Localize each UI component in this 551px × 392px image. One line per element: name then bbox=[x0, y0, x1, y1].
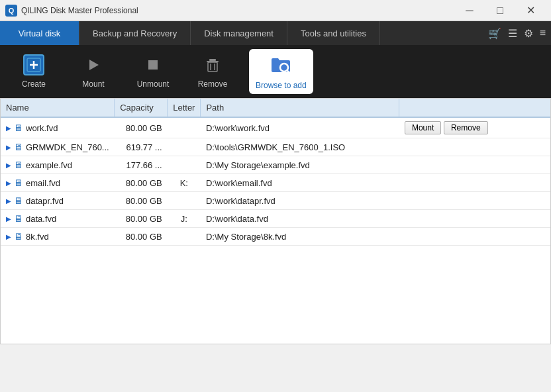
cell-actions bbox=[399, 174, 550, 192]
col-header-path: Path bbox=[201, 99, 399, 117]
remove-button[interactable]: Remove bbox=[189, 50, 236, 93]
cell-actions bbox=[399, 210, 550, 228]
list-icon[interactable]: ☰ bbox=[508, 27, 517, 40]
table-row[interactable]: ▶ 🖥 datapr.fvd 80.00 GB D:\work\datapr.f… bbox=[1, 192, 550, 210]
cell-letter bbox=[168, 156, 201, 174]
maximize-button[interactable]: □ bbox=[485, 0, 515, 21]
tab-bar: Virtual disk Backup and Recovery Disk ma… bbox=[0, 21, 551, 45]
row-arrow-icon: ▶ bbox=[6, 124, 11, 132]
file-name-text: datapr.fvd bbox=[26, 196, 64, 206]
tab-tools-utilities[interactable]: Tools and utilities bbox=[287, 21, 380, 45]
cell-actions bbox=[399, 138, 550, 156]
row-remove-button[interactable]: Remove bbox=[444, 121, 488, 134]
cell-path: D:\work\work.fvd bbox=[201, 117, 399, 138]
file-icon: 🖥 bbox=[14, 231, 23, 242]
col-header-name: Name bbox=[1, 99, 115, 117]
cell-name: ▶ 🖥 work.fvd bbox=[1, 117, 115, 138]
cell-actions bbox=[399, 192, 550, 210]
file-list-container[interactable]: Name Capacity Letter Path ▶ 🖥 work.fvd 8… bbox=[1, 99, 550, 344]
table-row[interactable]: ▶ 🖥 GRMWDK_EN_760... 619.77 ... D:\tools… bbox=[1, 138, 550, 156]
mount-button[interactable]: Mount bbox=[70, 50, 117, 93]
cell-actions bbox=[399, 228, 550, 246]
cell-letter bbox=[168, 138, 201, 156]
cell-name: ▶ 🖥 GRMWDK_EN_760... bbox=[1, 138, 115, 156]
cart-icon[interactable]: 🛒 bbox=[488, 27, 501, 40]
tab-disk-management[interactable]: Disk management bbox=[191, 21, 287, 45]
file-name-text: example.fvd bbox=[26, 160, 72, 170]
cell-capacity: 80.00 GB bbox=[115, 174, 168, 192]
row-arrow-icon: ▶ bbox=[6, 233, 11, 240]
file-name-text: 8k.fvd bbox=[26, 232, 49, 242]
window-controls: ─ □ ✕ bbox=[454, 0, 546, 21]
cell-capacity: 80.00 GB bbox=[115, 117, 168, 138]
create-button[interactable]: Create bbox=[11, 50, 57, 93]
row-mount-button[interactable]: Mount bbox=[405, 121, 441, 134]
menu-icon[interactable]: ≡ bbox=[540, 27, 546, 39]
remove-icon bbox=[202, 54, 223, 75]
svg-rect-5 bbox=[209, 59, 216, 61]
col-header-actions bbox=[399, 99, 550, 117]
tab-virtual-disk[interactable]: Virtual disk bbox=[0, 21, 79, 45]
file-icon: 🖥 bbox=[14, 160, 23, 170]
file-name-text: GRMWDK_EN_760... bbox=[26, 142, 109, 152]
row-arrow-icon: ▶ bbox=[6, 179, 11, 187]
table-header-row: Name Capacity Letter Path bbox=[1, 99, 550, 117]
cell-name: ▶ 🖥 example.fvd bbox=[1, 156, 115, 174]
tab-backup-recovery[interactable]: Backup and Recovery bbox=[79, 21, 191, 45]
table-row[interactable]: ▶ 🖥 example.fvd 177.66 ... D:\My Storage… bbox=[1, 156, 550, 174]
file-icon: 🖥 bbox=[14, 195, 23, 206]
svg-rect-4 bbox=[148, 60, 158, 70]
file-icon: 🖥 bbox=[14, 122, 23, 133]
cell-capacity: 80.00 GB bbox=[115, 210, 168, 228]
cell-letter bbox=[168, 192, 201, 210]
unmount-label: Unmount bbox=[137, 79, 170, 89]
cell-capacity: 80.00 GB bbox=[115, 192, 168, 210]
row-arrow-icon: ▶ bbox=[6, 215, 11, 222]
cell-capacity: 177.66 ... bbox=[115, 156, 168, 174]
file-table: Name Capacity Letter Path ▶ 🖥 work.fvd 8… bbox=[1, 99, 550, 246]
table-row[interactable]: ▶ 🖥 8k.fvd 80.00 GB D:\My Storage\8k.fvd bbox=[1, 228, 550, 246]
cell-actions: Mount Remove bbox=[399, 117, 550, 138]
file-icon: 🖥 bbox=[14, 177, 23, 188]
cell-letter: J: bbox=[168, 210, 201, 228]
file-name-text: email.fvd bbox=[26, 178, 60, 188]
main-content: Name Capacity Letter Path ▶ 🖥 work.fvd 8… bbox=[0, 98, 551, 344]
tab-icons: 🛒 ☰ ⚙ ≡ bbox=[483, 21, 551, 45]
mount-label: Mount bbox=[82, 79, 104, 89]
file-name-text: data.fvd bbox=[26, 214, 56, 224]
unmount-button[interactable]: Unmount bbox=[130, 50, 176, 93]
title-bar: Q QILING Disk Master Professional ─ □ ✕ bbox=[0, 0, 551, 21]
cell-path: D:\My Storage\example.fvd bbox=[201, 156, 399, 174]
row-arrow-icon: ▶ bbox=[6, 197, 11, 205]
cell-capacity: 80.00 GB bbox=[115, 228, 168, 246]
minimize-button[interactable]: ─ bbox=[454, 0, 485, 21]
table-row[interactable]: ▶ 🖥 work.fvd 80.00 GB D:\work\work.fvd M… bbox=[1, 117, 550, 138]
row-arrow-icon: ▶ bbox=[6, 162, 11, 169]
cell-actions bbox=[399, 156, 550, 174]
browse-label: Browse to add bbox=[256, 81, 307, 90]
app-icon: Q bbox=[5, 5, 17, 17]
cell-path: D:\tools\GRMWDK_EN_7600_1.ISO bbox=[201, 138, 399, 156]
file-name-text: work.fvd bbox=[26, 123, 58, 133]
cell-name: ▶ 🖥 data.fvd bbox=[1, 210, 115, 228]
settings-icon[interactable]: ⚙ bbox=[524, 27, 533, 40]
cell-letter bbox=[168, 117, 201, 138]
file-icon: 🖥 bbox=[14, 213, 23, 224]
col-header-letter: Letter bbox=[168, 99, 201, 117]
remove-label: Remove bbox=[198, 79, 228, 89]
table-row[interactable]: ▶ 🖥 data.fvd 80.00 GB J: D:\work\data.fv… bbox=[1, 210, 550, 228]
cell-letter: K: bbox=[168, 174, 201, 192]
cell-name: ▶ 🖥 email.fvd bbox=[1, 174, 115, 192]
browse-button[interactable]: Browse to add bbox=[249, 49, 313, 94]
cell-path: D:\work\data.fvd bbox=[201, 210, 399, 228]
unmount-icon bbox=[142, 54, 164, 75]
col-header-capacity: Capacity bbox=[115, 99, 168, 117]
mount-icon bbox=[83, 54, 104, 75]
file-icon: 🖥 bbox=[14, 142, 23, 152]
cell-path: D:\My Storage\8k.fvd bbox=[201, 228, 399, 246]
toolbar: Create Mount Unmount Remove bbox=[0, 45, 551, 98]
table-row[interactable]: ▶ 🖥 email.fvd 80.00 GB K: D:\work\email.… bbox=[1, 174, 550, 192]
close-button[interactable]: ✕ bbox=[515, 0, 546, 21]
cell-capacity: 619.77 ... bbox=[115, 138, 168, 156]
cell-name: ▶ 🖥 datapr.fvd bbox=[1, 192, 115, 210]
